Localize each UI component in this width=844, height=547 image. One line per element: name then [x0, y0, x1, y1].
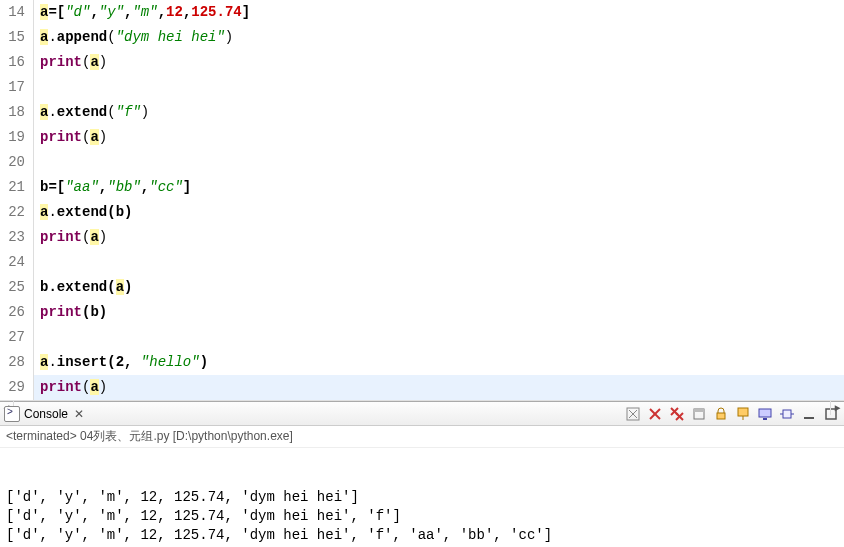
console-output[interactable]: ['d', 'y', 'm', 12, 125.74, 'dym hei hei… — [0, 448, 844, 547]
line-number: 17 — [0, 75, 34, 100]
scroll-lock-icon[interactable] — [712, 405, 730, 423]
console-header: Console ✕ — [0, 402, 844, 426]
code-line-19[interactable]: 19print(a) — [0, 125, 844, 150]
scroll-right-icon[interactable]: ► — [830, 401, 844, 415]
line-number: 29 — [0, 375, 34, 400]
svg-rect-16 — [783, 410, 791, 418]
line-number: 21 — [0, 175, 34, 200]
svg-rect-10 — [694, 409, 704, 412]
code-content[interactable]: b.extend(a) — [40, 275, 844, 300]
code-content[interactable] — [40, 250, 844, 275]
svg-rect-15 — [763, 418, 767, 420]
svg-rect-14 — [759, 409, 771, 417]
code-content[interactable]: print(a) — [40, 50, 844, 75]
horizontal-scrollbar[interactable]: ◄ ► — [0, 400, 844, 401]
code-content[interactable] — [40, 325, 844, 350]
clear-icon[interactable] — [690, 405, 708, 423]
remove-launch-icon[interactable] — [624, 405, 642, 423]
line-number: 26 — [0, 300, 34, 325]
svg-rect-12 — [738, 408, 748, 416]
code-content[interactable]: a.extend(b) — [40, 200, 844, 225]
line-number: 19 — [0, 125, 34, 150]
code-content[interactable]: print(a) — [40, 225, 844, 250]
code-line-23[interactable]: 23print(a) — [0, 225, 844, 250]
code-line-17[interactable]: 17 — [0, 75, 844, 100]
code-line-16[interactable]: 16print(a) — [0, 50, 844, 75]
code-content[interactable]: a.extend("f") — [40, 100, 844, 125]
console-title: Console — [24, 407, 68, 421]
console-icon — [4, 406, 20, 422]
code-line-26[interactable]: 26print(b) — [0, 300, 844, 325]
line-number: 25 — [0, 275, 34, 300]
code-line-20[interactable]: 20 — [0, 150, 844, 175]
console-run-info: <terminated> 04列表、元组.py [D:\python\pytho… — [0, 426, 844, 448]
pin-icon[interactable] — [734, 405, 752, 423]
code-content[interactable]: a.insert(2, "hello") — [40, 350, 844, 375]
code-line-22[interactable]: 22a.extend(b) — [0, 200, 844, 225]
remove-all-icon[interactable] — [646, 405, 664, 423]
console-line: ['d', 'y', 'm', 12, 125.74, 'dym hei hei… — [6, 488, 838, 507]
code-line-21[interactable]: 21b=["aa","bb","cc"] — [0, 175, 844, 200]
code-line-29[interactable]: 29print(a) — [0, 375, 844, 400]
code-content[interactable]: print(a) — [40, 125, 844, 150]
code-content[interactable]: b=["aa","bb","cc"] — [40, 175, 844, 200]
line-number: 18 — [0, 100, 34, 125]
line-number: 15 — [0, 25, 34, 50]
code-line-24[interactable]: 24 — [0, 250, 844, 275]
line-number: 24 — [0, 250, 34, 275]
code-content[interactable] — [40, 150, 844, 175]
line-number: 23 — [0, 225, 34, 250]
line-number: 16 — [0, 50, 34, 75]
code-content[interactable]: a=["d","y","m",12,125.74] — [40, 0, 844, 25]
code-editor[interactable]: 14a=["d","y","m",12,125.74]15a.append("d… — [0, 0, 844, 400]
line-number: 22 — [0, 200, 34, 225]
console-line: ['d', 'y', 'm', 12, 125.74, 'dym hei hei… — [6, 507, 838, 526]
open-console-icon[interactable] — [778, 405, 796, 423]
minimize-icon[interactable] — [800, 405, 818, 423]
line-number: 27 — [0, 325, 34, 350]
line-number: 14 — [0, 0, 34, 25]
code-line-28[interactable]: 28a.insert(2, "hello") — [0, 350, 844, 375]
code-content[interactable]: print(b) — [40, 300, 844, 325]
code-line-14[interactable]: 14a=["d","y","m",12,125.74] — [0, 0, 844, 25]
code-content[interactable]: print(a) — [40, 375, 844, 400]
console-close-button[interactable]: ✕ — [72, 407, 86, 421]
console-panel: Console ✕ <terminated> 04列表、元组.py [D:\py… — [0, 401, 844, 547]
code-line-27[interactable]: 27 — [0, 325, 844, 350]
display-icon[interactable] — [756, 405, 774, 423]
line-number: 28 — [0, 350, 34, 375]
code-content[interactable]: a.append("dym hei hei") — [40, 25, 844, 50]
remove-all-terminated-icon[interactable] — [668, 405, 686, 423]
code-content[interactable] — [40, 75, 844, 100]
console-line: ['d', 'y', 'm', 12, 125.74, 'dym hei hei… — [6, 526, 838, 545]
line-number: 20 — [0, 150, 34, 175]
svg-rect-11 — [717, 413, 725, 419]
code-line-25[interactable]: 25b.extend(a) — [0, 275, 844, 300]
code-line-15[interactable]: 15a.append("dym hei hei") — [0, 25, 844, 50]
code-line-18[interactable]: 18a.extend("f") — [0, 100, 844, 125]
